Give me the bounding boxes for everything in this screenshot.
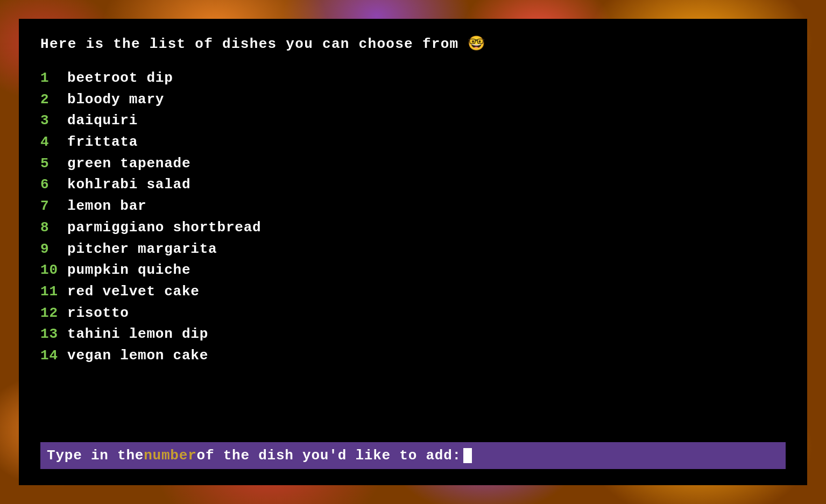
- dish-name: green tapenade: [67, 154, 190, 174]
- dish-name: kohlrabi salad: [67, 175, 190, 195]
- dish-item: 9pitcher margarita: [40, 239, 786, 260]
- dish-number: 9: [40, 239, 67, 260]
- dish-name: frittata: [67, 132, 138, 153]
- dish-name: bloody mary: [67, 90, 164, 110]
- dish-number: 4: [40, 132, 67, 153]
- dish-name: red velvet cake: [67, 282, 200, 302]
- dish-number: 11: [40, 282, 67, 302]
- dish-name: beetroot dip: [67, 68, 173, 89]
- dish-item: 13tahini lemon dip: [40, 324, 786, 345]
- dish-number: 2: [40, 90, 67, 110]
- dish-number: 7: [40, 196, 67, 217]
- dish-number: 10: [40, 260, 67, 281]
- dishes-list: 1beetroot dip2bloody mary3daiquiri4fritt…: [40, 68, 786, 431]
- dish-item: 11red velvet cake: [40, 282, 786, 302]
- dish-number: 1: [40, 68, 67, 89]
- dish-name: risotto: [67, 303, 129, 324]
- dish-item: 1beetroot dip: [40, 68, 786, 89]
- input-label-prefix: Type in the: [47, 448, 144, 464]
- dish-number: 14: [40, 346, 67, 366]
- dish-item: 8parmiggiano shortbread: [40, 218, 786, 238]
- cursor: [463, 448, 472, 463]
- dish-number: 8: [40, 218, 67, 238]
- header-text-content: Here is the list of dishes you can choos…: [40, 36, 468, 52]
- dish-item: 6kohlrabi salad: [40, 175, 786, 195]
- dish-number: 13: [40, 324, 67, 345]
- dish-number: 3: [40, 111, 67, 131]
- dish-number: 5: [40, 154, 67, 174]
- dish-name: pitcher margarita: [67, 239, 217, 260]
- dish-item: 4frittata: [40, 132, 786, 153]
- header-emoji: 🤓: [468, 36, 485, 52]
- terminal-window: Here is the list of dishes you can choos…: [19, 19, 807, 485]
- dish-item: 14vegan lemon cake: [40, 346, 786, 366]
- dish-number: 6: [40, 175, 67, 195]
- dish-name: vegan lemon cake: [67, 346, 208, 366]
- dish-item: 10pumpkin quiche: [40, 260, 786, 281]
- dish-item: 3daiquiri: [40, 111, 786, 131]
- dish-name: pumpkin quiche: [67, 260, 190, 281]
- dish-item: 2bloody mary: [40, 90, 786, 110]
- input-prompt-line[interactable]: Type in the number of the dish you'd lik…: [40, 442, 786, 469]
- header-text: Here is the list of dishes you can choos…: [40, 35, 786, 52]
- input-label-number: number: [144, 448, 196, 464]
- dish-name: lemon bar: [67, 196, 146, 217]
- dish-name: parmiggiano shortbread: [67, 218, 261, 238]
- dish-item: 5green tapenade: [40, 154, 786, 174]
- input-label-suffix: of the dish you'd like to add:: [197, 448, 461, 464]
- dish-item: 7lemon bar: [40, 196, 786, 217]
- dish-number: 12: [40, 303, 67, 324]
- dish-item: 12risotto: [40, 303, 786, 324]
- dish-name: daiquiri: [67, 111, 138, 131]
- dish-name: tahini lemon dip: [67, 324, 208, 345]
